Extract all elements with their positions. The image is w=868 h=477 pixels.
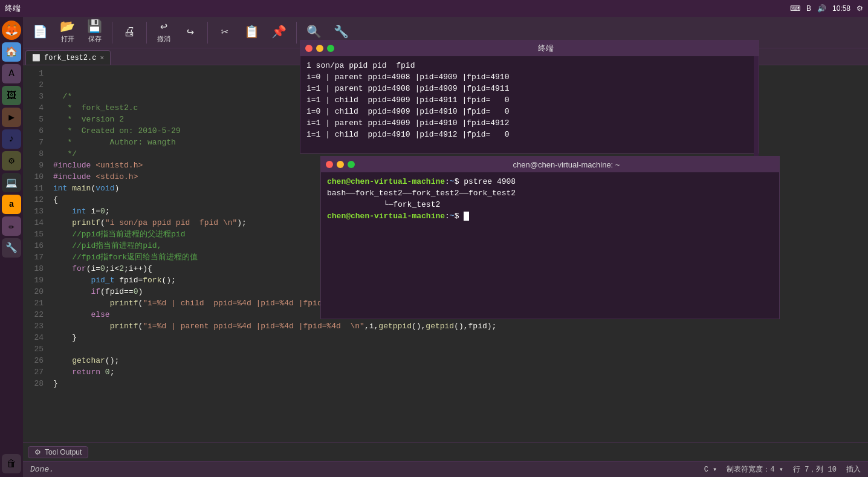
- term1-line-0: i=0 | parent ppid=4908 |pid=4909 |fpid=4…: [306, 73, 509, 82]
- term2-path: ~: [450, 177, 455, 186]
- done-text: Done.: [30, 465, 54, 474]
- new-icon: 📄: [33, 27, 48, 39]
- tab-width-label: 制表符宽度：4: [727, 466, 774, 474]
- line-numbers: 1 2 3 4 5 6 7 8 9 10 11 12 13 14 15 16 1…: [23, 65, 48, 442]
- language-indicator[interactable]: C ▾: [704, 465, 717, 474]
- term1-line-5: i=1 | child ppid=4910 |pid=4912 |fpid= 0: [306, 130, 509, 139]
- dock-icon-image[interactable]: 🖼: [2, 86, 21, 105]
- dock-icon-pen[interactable]: ✏: [2, 216, 21, 236]
- print-button[interactable]: 🖨: [117, 24, 141, 41]
- application-dock: 🦊 🏠 A 🖼 ▶ ♪ ⚙ 💻 a ✏ 🔧 🗑: [0, 17, 23, 477]
- term1-line-1: i=1 | parent ppid=4908 |pid=4909 |fpid=4…: [306, 84, 509, 93]
- terminal-2-minimize-button[interactable]: [337, 161, 344, 168]
- term2-colon: :: [445, 177, 450, 186]
- tab-filename: fork_test2.c: [44, 54, 96, 62]
- status-right: C ▾ 制表符宽度：4 ▾ 行 7，列 10 插入: [704, 464, 861, 475]
- terminal-window-1: 终端 i son/pa ppid pid fpid i=0 | parent p…: [300, 40, 759, 154]
- term2-path2: ~: [450, 212, 455, 221]
- dock-icon-gear[interactable]: 🔧: [2, 238, 21, 258]
- terminal-1-title: 终端: [338, 43, 754, 54]
- status-left: Done.: [30, 465, 54, 474]
- terminal-1-close-button[interactable]: [305, 45, 313, 52]
- tab-width-indicator[interactable]: 制表符宽度：4 ▾: [727, 464, 783, 475]
- tab-file-icon: ⬜: [32, 54, 40, 62]
- tools-button[interactable]: 🔧: [329, 24, 354, 41]
- copy-icon: 📋: [244, 27, 259, 39]
- terminal-2-maximize-button[interactable]: [348, 161, 355, 168]
- terminal-1-titlebar: 终端: [300, 41, 759, 56]
- terminal-2-body[interactable]: chen@chen-virtual-machine:~$ pstree 4908…: [321, 172, 779, 237]
- cut-button[interactable]: ✂: [213, 24, 237, 41]
- terminal-2-titlebar: chen@chen-virtual-machine: ~: [321, 157, 779, 172]
- term2-cursor: [464, 212, 469, 221]
- term2-tree-line2: └─fork_test2: [327, 200, 440, 209]
- settings-icon: ⚙: [857, 4, 863, 13]
- term1-line-4: i=1 | parent ppid=4909 |pid=4910 |fpid=4…: [306, 118, 509, 128]
- tools-icon: 🔧: [334, 27, 349, 39]
- term2-dollar: $: [455, 177, 464, 186]
- tab-close-button[interactable]: ×: [100, 54, 104, 62]
- terminal-1-scrollbar[interactable]: [754, 56, 759, 169]
- paste-icon: 📌: [271, 27, 287, 39]
- toolbar-sep-3: [207, 22, 208, 44]
- tool-output-bar: ⚙ Tool Output: [23, 442, 868, 461]
- undo-icon: ↩: [160, 21, 167, 33]
- terminal-1-body[interactable]: i son/pa ppid pid fpid i=0 | parent ppid…: [300, 56, 759, 155]
- open-button[interactable]: 📂 打开: [55, 19, 80, 46]
- language-dropdown-icon: ▾: [713, 466, 717, 474]
- dock-icon-amazon[interactable]: a: [2, 195, 21, 214]
- term1-line-2: i=1 | child ppid=4909 |pid=4911 |fpid= 0: [306, 96, 509, 105]
- find-button[interactable]: 🔍: [302, 24, 326, 41]
- dock-icon-files[interactable]: 🦊: [2, 21, 21, 40]
- system-bar: 终端 ⌨ B 🔊 10:58 ⚙: [0, 0, 868, 17]
- tab-width-dropdown-icon: ▾: [779, 466, 783, 474]
- terminal-2-close-button[interactable]: [326, 161, 333, 168]
- dock-icon-trash[interactable]: 🗑: [2, 454, 21, 473]
- save-button[interactable]: 💾 保存: [82, 19, 107, 46]
- dock-icon-music[interactable]: ♪: [2, 129, 21, 149]
- status-bar: Done. C ▾ 制表符宽度：4 ▾ 行 7，列 10 插入: [23, 461, 868, 477]
- redo-button[interactable]: ↪: [178, 24, 202, 41]
- dock-icon-text[interactable]: A: [2, 64, 21, 83]
- terminal-1-minimize-button[interactable]: [316, 45, 323, 52]
- paste-button[interactable]: 📌: [267, 24, 291, 41]
- dock-icon-settings[interactable]: ⚙: [2, 151, 21, 170]
- toolbar-sep-2: [146, 22, 147, 44]
- bluetooth-icon: B: [806, 4, 811, 13]
- clock: 10:58: [832, 4, 850, 13]
- toolbar-sep-1: [112, 22, 112, 44]
- system-bar-left: 终端: [5, 3, 21, 14]
- dock-icon-video[interactable]: ▶: [2, 108, 21, 127]
- open-icon: 📂: [60, 21, 75, 33]
- cut-icon: ✂: [221, 27, 228, 39]
- undo-button[interactable]: ↩ 撤消: [152, 19, 176, 46]
- term2-prompt-user: chen@chen-virtual-machine: [327, 177, 445, 186]
- cursor-position: 行 7，列 10: [793, 464, 837, 475]
- system-bar-right: ⌨ B 🔊 10:58 ⚙: [790, 4, 863, 13]
- open-label: 打开: [61, 34, 74, 44]
- dock-icon-terminal[interactable]: 💻: [2, 173, 21, 192]
- gear-small-icon: ⚙: [34, 448, 41, 456]
- save-label: 保存: [88, 34, 102, 44]
- keyboard-icon: ⌨: [790, 4, 800, 13]
- find-icon: 🔍: [306, 27, 322, 39]
- term2-tree-line1: bash——fork_test2——fork_test2——fork_test2: [327, 189, 516, 198]
- terminal-2-title: chen@chen-virtual-machine: ~: [358, 160, 774, 169]
- redo-icon: ↪: [187, 27, 194, 39]
- term1-line-3: i=0 | child ppid=4909 |pid=4910 |fpid= 0: [306, 107, 509, 116]
- volume-icon: 🔊: [817, 4, 826, 13]
- terminal-1-maximize-button[interactable]: [327, 45, 334, 52]
- app-name: 终端: [5, 3, 21, 14]
- term2-colon2: :: [445, 212, 450, 221]
- undo-label: 撤消: [157, 34, 170, 44]
- language-label: C: [704, 466, 708, 474]
- tab-fork-test2[interactable]: ⬜ fork_test2.c ×: [25, 50, 111, 65]
- new-button[interactable]: 📄: [28, 24, 53, 41]
- dock-icon-home[interactable]: 🏠: [2, 42, 21, 62]
- copy-button[interactable]: 📋: [239, 24, 264, 41]
- print-icon: 🖨: [123, 27, 135, 39]
- tool-output-button[interactable]: ⚙ Tool Output: [28, 446, 88, 458]
- toolbar-sep-4: [296, 22, 297, 44]
- term1-header: i son/pa ppid pid fpid: [306, 61, 415, 70]
- term2-command: pstree 4908: [464, 177, 516, 186]
